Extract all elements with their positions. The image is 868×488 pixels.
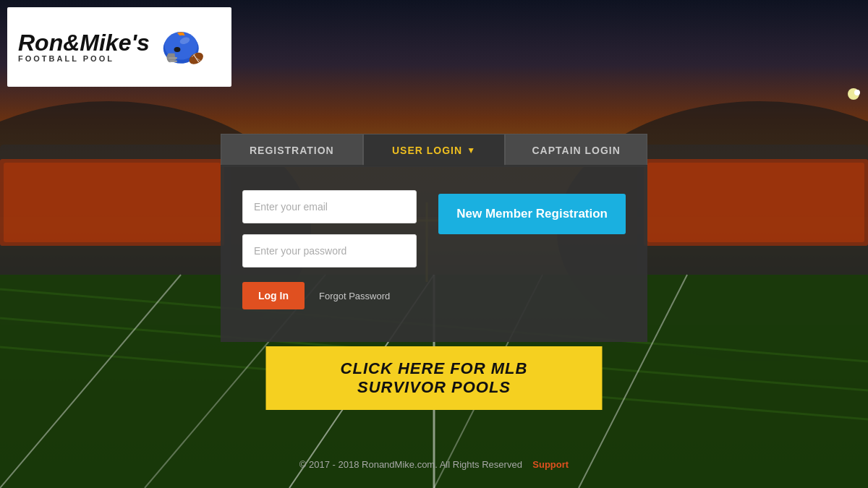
nav-tabs: REGISTRATION USER LOGIN ▼ CAPTAIN LOGIN (221, 134, 647, 167)
logo-box: Ron&Mike's FOOTBALL POOL (7, 7, 231, 87)
svg-point-29 (174, 47, 180, 52)
svg-rect-27 (169, 57, 177, 59)
form-actions: Log In Forgot Password (242, 282, 417, 309)
content-layer: Ron&Mike's FOOTBALL POOL RE (0, 0, 868, 488)
logo-subtitle: FOOTBALL POOL (18, 54, 150, 63)
tab-user-login[interactable]: USER LOGIN ▼ (363, 134, 506, 167)
mlb-banner-text: CLICK HERE FOR MLB SURVIVOR POOLS (341, 359, 528, 396)
footer: © 2017 - 2018 RonandMike.com. All Rights… (0, 459, 868, 470)
copyright-text: © 2017 - 2018 RonandMike.com. All Rights… (299, 459, 522, 470)
tab-captain-login[interactable]: CAPTAIN LOGIN (505, 134, 647, 167)
mlb-banner[interactable]: CLICK HERE FOR MLB SURVIVOR POOLS (266, 346, 603, 410)
password-input[interactable] (242, 234, 417, 267)
email-input[interactable] (242, 190, 417, 223)
tab-registration[interactable]: REGISTRATION (221, 134, 363, 167)
registration-section: New Member Registration (438, 190, 626, 309)
dropdown-arrow-icon: ▼ (467, 145, 476, 155)
helmet-icon (157, 22, 208, 72)
svg-rect-28 (169, 60, 177, 62)
forgot-password-link[interactable]: Forgot Password (319, 291, 390, 301)
login-button[interactable]: Log In (242, 282, 305, 309)
main-panel: Log In Forgot Password New Member Regist… (221, 165, 647, 342)
logo-title: Ron&Mike's (18, 31, 150, 54)
login-form: Log In Forgot Password (242, 190, 417, 309)
logo-text: Ron&Mike's FOOTBALL POOL (18, 31, 150, 63)
new-member-registration-button[interactable]: New Member Registration (438, 194, 626, 234)
support-link[interactable]: Support (532, 459, 569, 470)
